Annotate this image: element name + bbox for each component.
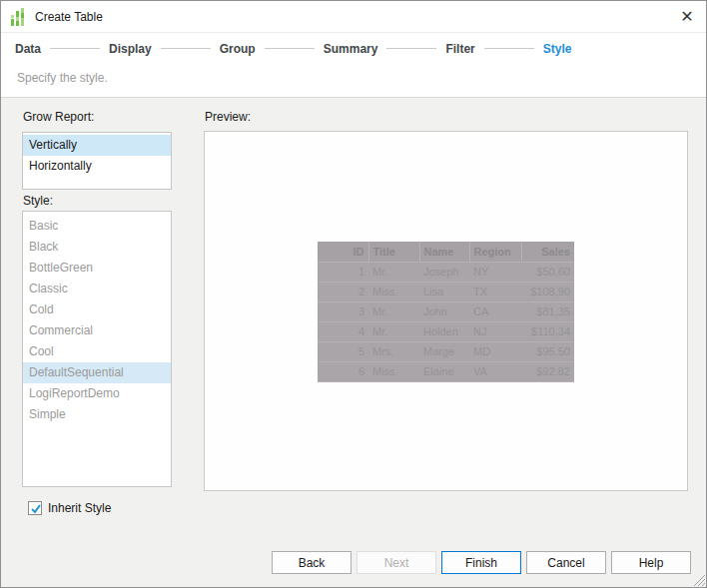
checkmark-icon	[30, 503, 42, 515]
grow-option-vertically[interactable]: Vertically	[23, 135, 171, 156]
step-connector	[50, 48, 100, 49]
preview-table-header: ID Title Name Region Sales	[318, 242, 574, 262]
style-option-classic[interactable]: Classic	[23, 279, 171, 299]
style-option-logireportdemo[interactable]: LogiReportDemo	[23, 383, 171, 404]
inherit-style-label: Inherit Style	[48, 501, 111, 515]
wizard-steps: Data Display Group Summary Filter Style	[15, 34, 571, 63]
step-connector	[161, 48, 211, 49]
style-label: Style:	[23, 194, 53, 208]
close-icon[interactable]: ✕	[678, 8, 696, 26]
step-group[interactable]: Group	[220, 42, 256, 56]
preview-area: ID Title Name Region Sales 1Mr.JosephNY$…	[204, 131, 688, 491]
dialog-header: Create Table ✕ Data Display Group Summar…	[1, 1, 706, 98]
col-header-name: Name	[419, 242, 469, 262]
step-display[interactable]: Display	[109, 42, 152, 56]
titlebar: Create Table ✕	[1, 1, 706, 33]
col-header-id: ID	[318, 242, 368, 262]
style-option-defaultsequential[interactable]: DefaultSequential	[23, 362, 171, 383]
table-row: 4Mr.HoldenNJ$110,34	[318, 321, 574, 341]
style-option-cold[interactable]: Cold	[23, 299, 171, 320]
step-connector	[386, 48, 436, 49]
step-connector	[265, 48, 315, 49]
help-button[interactable]: Help	[611, 551, 691, 574]
table-row: 5Mrs.MargeMD$95.50	[318, 341, 574, 361]
style-option-black[interactable]: Black	[23, 237, 171, 258]
grow-option-horizontally[interactable]: Horizontally	[23, 156, 171, 177]
dialog-title: Create Table	[35, 10, 103, 24]
style-option-bottlegreen[interactable]: BottleGreen	[23, 258, 171, 279]
grow-report-label: Grow Report:	[23, 110, 94, 124]
resize-grip[interactable]	[691, 572, 705, 586]
step-summary[interactable]: Summary	[324, 42, 378, 56]
step-style[interactable]: Style	[543, 42, 572, 56]
preview-table: ID Title Name Region Sales 1Mr.JosephNY$…	[318, 242, 574, 382]
col-header-region: Region	[469, 242, 521, 262]
table-row: 1Mr.JosephNY$50,60	[318, 262, 574, 282]
table-row: 3Mr.JohnCA$81,35	[318, 301, 574, 321]
col-header-sales: Sales	[521, 242, 574, 262]
step-description: Specify the style.	[17, 71, 108, 85]
style-option-cool[interactable]: Cool	[23, 341, 171, 362]
create-table-dialog: Create Table ✕ Data Display Group Summar…	[0, 0, 707, 588]
next-button[interactable]: Next	[356, 551, 436, 574]
step-data[interactable]: Data	[15, 42, 41, 56]
style-option-commercial[interactable]: Commercial	[23, 320, 171, 341]
style-option-basic[interactable]: Basic	[23, 216, 171, 237]
cancel-button[interactable]: Cancel	[526, 551, 606, 574]
step-filter[interactable]: Filter	[445, 42, 474, 56]
table-chart-icon	[10, 8, 26, 26]
preview-label: Preview:	[205, 110, 251, 124]
style-listbox: Basic Black BottleGreen Classic Cold Com…	[22, 211, 172, 487]
table-row: 2Miss.LisaTX$108,90	[318, 282, 574, 301]
col-header-title: Title	[368, 242, 419, 262]
inherit-style-row: Inherit Style	[28, 501, 111, 515]
grow-report-listbox: Vertically Horizontally	[22, 132, 172, 190]
inherit-style-checkbox[interactable]	[28, 501, 42, 515]
dialog-buttons: Back Next Finish Cancel Help	[272, 551, 696, 574]
table-row: 6Miss.ElaineVA$92.82	[318, 361, 574, 381]
finish-button[interactable]: Finish	[441, 551, 521, 574]
back-button[interactable]: Back	[272, 551, 352, 574]
style-option-simple[interactable]: Simple	[23, 404, 171, 425]
step-connector	[484, 48, 534, 49]
